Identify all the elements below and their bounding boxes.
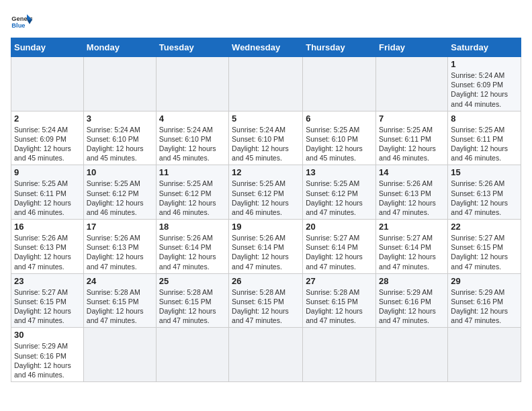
- day-number: 25: [159, 276, 226, 286]
- day-number: 8: [451, 113, 518, 124]
- day-info: Sunrise: 5:25 AMSunset: 6:11 PMDaylight:…: [14, 179, 81, 217]
- calendar-cell: 7Sunrise: 5:25 AMSunset: 6:11 PMDaylight…: [376, 111, 448, 165]
- day-info: Sunrise: 5:26 AMSunset: 6:13 PMDaylight:…: [379, 179, 445, 217]
- weekday-friday: Friday: [376, 38, 448, 57]
- calendar-cell: 5Sunrise: 5:24 AMSunset: 6:10 PMDaylight…: [229, 111, 303, 165]
- day-number: 16: [14, 222, 81, 232]
- day-info: Sunrise: 5:26 AMSunset: 6:13 PMDaylight:…: [14, 233, 81, 271]
- calendar-cell: 6Sunrise: 5:25 AMSunset: 6:10 PMDaylight…: [303, 111, 376, 165]
- calendar-cell: 28Sunrise: 5:29 AMSunset: 6:16 PMDayligh…: [376, 273, 448, 328]
- calendar-cell: 30Sunrise: 5:29 AMSunset: 6:16 PMDayligh…: [11, 328, 84, 382]
- day-info: Sunrise: 5:26 AMSunset: 6:13 PMDaylight:…: [451, 179, 518, 217]
- day-info: Sunrise: 5:28 AMSunset: 6:15 PMDaylight:…: [306, 287, 373, 326]
- calendar-cell: 26Sunrise: 5:28 AMSunset: 6:15 PMDayligh…: [229, 273, 303, 328]
- day-number: 28: [379, 276, 445, 286]
- calendar-cell: 13Sunrise: 5:25 AMSunset: 6:12 PMDayligh…: [303, 165, 376, 220]
- day-number: 10: [87, 167, 153, 177]
- calendar-cell: [11, 57, 84, 111]
- day-number: 20: [306, 222, 373, 232]
- calendar-cell: [229, 328, 303, 382]
- calendar-cell: [376, 57, 448, 111]
- calendar-cell: 17Sunrise: 5:26 AMSunset: 6:13 PMDayligh…: [83, 220, 156, 274]
- calendar-cell: 4Sunrise: 5:24 AMSunset: 6:10 PMDaylight…: [156, 111, 228, 165]
- day-number: 3: [87, 113, 153, 124]
- calendar-cell: [303, 328, 376, 382]
- calendar-cell: 11Sunrise: 5:25 AMSunset: 6:12 PMDayligh…: [156, 165, 228, 220]
- week-row-0: 1Sunrise: 5:24 AMSunset: 6:09 PMDaylight…: [11, 57, 521, 111]
- calendar-cell: 25Sunrise: 5:28 AMSunset: 6:15 PMDayligh…: [156, 273, 228, 328]
- day-info: Sunrise: 5:26 AMSunset: 6:14 PMDaylight:…: [232, 233, 300, 271]
- day-number: 22: [451, 222, 518, 232]
- calendar-cell: 22Sunrise: 5:27 AMSunset: 6:15 PMDayligh…: [448, 220, 521, 274]
- calendar-cell: 8Sunrise: 5:25 AMSunset: 6:11 PMDaylight…: [448, 111, 521, 165]
- week-row-5: 30Sunrise: 5:29 AMSunset: 6:16 PMDayligh…: [11, 328, 521, 382]
- calendar-cell: [303, 57, 376, 111]
- weekday-wednesday: Wednesday: [229, 38, 303, 57]
- day-number: 17: [87, 222, 153, 232]
- week-row-4: 23Sunrise: 5:27 AMSunset: 6:15 PMDayligh…: [11, 273, 521, 328]
- day-number: 21: [379, 222, 445, 232]
- weekday-saturday: Saturday: [448, 38, 521, 57]
- calendar-cell: 23Sunrise: 5:27 AMSunset: 6:15 PMDayligh…: [11, 273, 84, 328]
- calendar-cell: 29Sunrise: 5:29 AMSunset: 6:16 PMDayligh…: [448, 273, 521, 328]
- day-number: 24: [87, 276, 153, 286]
- calendar-cell: 9Sunrise: 5:25 AMSunset: 6:11 PMDaylight…: [11, 165, 84, 220]
- day-number: 11: [159, 167, 226, 177]
- calendar-cell: 15Sunrise: 5:26 AMSunset: 6:13 PMDayligh…: [448, 165, 521, 220]
- day-info: Sunrise: 5:27 AMSunset: 6:15 PMDaylight:…: [14, 287, 81, 326]
- day-info: Sunrise: 5:24 AMSunset: 6:10 PMDaylight:…: [232, 125, 300, 163]
- calendar-body: 1Sunrise: 5:24 AMSunset: 6:09 PMDaylight…: [11, 57, 521, 382]
- day-number: 15: [451, 167, 518, 177]
- day-info: Sunrise: 5:28 AMSunset: 6:15 PMDaylight:…: [159, 287, 226, 326]
- header: General Blue: [11, 11, 521, 32]
- day-info: Sunrise: 5:25 AMSunset: 6:10 PMDaylight:…: [306, 125, 373, 163]
- calendar-cell: [229, 57, 303, 111]
- day-info: Sunrise: 5:25 AMSunset: 6:12 PMDaylight:…: [159, 179, 226, 217]
- weekday-sunday: Sunday: [11, 38, 84, 57]
- calendar-cell: 21Sunrise: 5:27 AMSunset: 6:14 PMDayligh…: [376, 220, 448, 274]
- day-number: 6: [306, 113, 373, 124]
- calendar-cell: [376, 328, 448, 382]
- day-info: Sunrise: 5:25 AMSunset: 6:12 PMDaylight:…: [232, 179, 300, 217]
- day-info: Sunrise: 5:27 AMSunset: 6:15 PMDaylight:…: [451, 233, 518, 271]
- calendar-cell: 16Sunrise: 5:26 AMSunset: 6:13 PMDayligh…: [11, 220, 84, 274]
- calendar-cell: 19Sunrise: 5:26 AMSunset: 6:14 PMDayligh…: [229, 220, 303, 274]
- calendar-cell: 18Sunrise: 5:26 AMSunset: 6:14 PMDayligh…: [156, 220, 228, 274]
- weekday-thursday: Thursday: [303, 38, 376, 57]
- calendar-cell: 10Sunrise: 5:25 AMSunset: 6:12 PMDayligh…: [83, 165, 156, 220]
- day-info: Sunrise: 5:26 AMSunset: 6:14 PMDaylight:…: [159, 233, 226, 271]
- day-info: Sunrise: 5:29 AMSunset: 6:16 PMDaylight:…: [14, 341, 81, 379]
- calendar-cell: 27Sunrise: 5:28 AMSunset: 6:15 PMDayligh…: [303, 273, 376, 328]
- day-number: 30: [14, 330, 81, 340]
- day-number: 1: [451, 59, 518, 69]
- calendar-cell: 24Sunrise: 5:28 AMSunset: 6:15 PMDayligh…: [83, 273, 156, 328]
- day-number: 7: [379, 113, 445, 124]
- day-info: Sunrise: 5:27 AMSunset: 6:14 PMDaylight:…: [306, 233, 373, 271]
- day-number: 26: [232, 276, 300, 286]
- svg-text:Blue: Blue: [11, 22, 25, 29]
- week-row-2: 9Sunrise: 5:25 AMSunset: 6:11 PMDaylight…: [11, 165, 521, 220]
- week-row-3: 16Sunrise: 5:26 AMSunset: 6:13 PMDayligh…: [11, 220, 521, 274]
- day-info: Sunrise: 5:25 AMSunset: 6:12 PMDaylight:…: [306, 179, 373, 217]
- day-number: 2: [14, 113, 81, 124]
- day-number: 12: [232, 167, 300, 177]
- day-number: 14: [379, 167, 445, 177]
- day-number: 23: [14, 276, 81, 286]
- day-info: Sunrise: 5:29 AMSunset: 6:16 PMDaylight:…: [451, 287, 518, 326]
- day-info: Sunrise: 5:28 AMSunset: 6:15 PMDaylight:…: [87, 287, 153, 326]
- day-info: Sunrise: 5:24 AMSunset: 6:09 PMDaylight:…: [14, 125, 81, 163]
- calendar-cell: [156, 328, 228, 382]
- day-number: 5: [232, 113, 300, 124]
- calendar-cell: 2Sunrise: 5:24 AMSunset: 6:09 PMDaylight…: [11, 111, 84, 165]
- weekday-monday: Monday: [83, 38, 156, 57]
- calendar-cell: 3Sunrise: 5:24 AMSunset: 6:10 PMDaylight…: [83, 111, 156, 165]
- day-info: Sunrise: 5:24 AMSunset: 6:09 PMDaylight:…: [451, 71, 518, 109]
- calendar-cell: 1Sunrise: 5:24 AMSunset: 6:09 PMDaylight…: [448, 57, 521, 111]
- day-number: 18: [159, 222, 226, 232]
- day-number: 27: [306, 276, 373, 286]
- day-info: Sunrise: 5:26 AMSunset: 6:13 PMDaylight:…: [87, 233, 153, 271]
- day-info: Sunrise: 5:25 AMSunset: 6:12 PMDaylight:…: [87, 179, 153, 217]
- logo: General Blue: [11, 11, 32, 32]
- day-number: 29: [451, 276, 518, 286]
- weekday-header-row: SundayMondayTuesdayWednesdayThursdayFrid…: [11, 38, 521, 57]
